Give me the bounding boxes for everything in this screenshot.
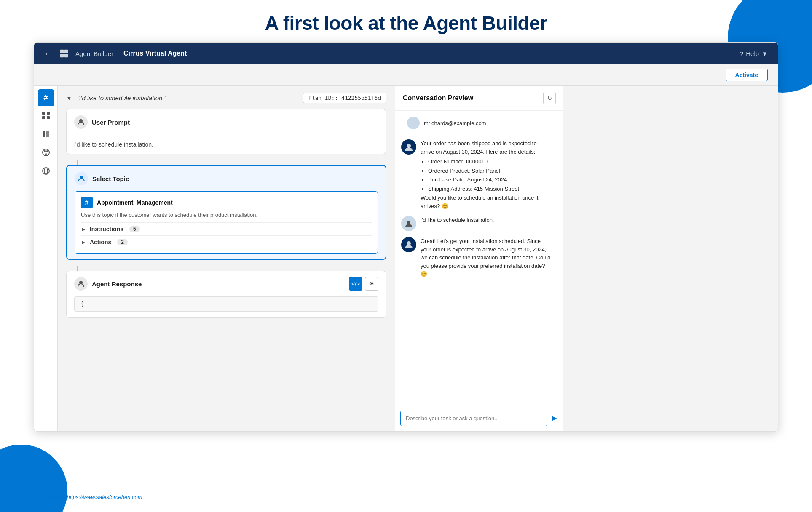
svg-point-20 (407, 144, 411, 148)
connector-line-1 (77, 160, 78, 165)
user-prompt-text: i'd like to schedule installation. (67, 135, 386, 154)
conv-message-user: i'd like to schedule installation. (401, 216, 557, 231)
sidebar-icons: # (34, 86, 58, 431)
nav-app-label: Agent Builder (75, 50, 113, 57)
browser-chrome: ← Agent Builder Cirrus Virtual Agent ? H… (34, 42, 778, 432)
help-icon: ? (740, 50, 743, 57)
actions-badge: 2 (117, 239, 128, 245)
actions-chevron-icon: ► (81, 239, 86, 245)
svg-point-13 (45, 153, 47, 155)
svg-rect-9 (46, 131, 49, 137)
hash-icon: # (43, 93, 48, 102)
conv-bot-1-text: Your order has been shipped and is expec… (421, 140, 537, 155)
app-icon (59, 49, 69, 58)
right-panel: Conversation Preview ↻ mrichards@example… (395, 86, 563, 431)
actions-row[interactable]: ► Actions 2 (81, 235, 372, 248)
select-topic-header: Select Topic (67, 166, 386, 191)
list-item-date: Purchase Date: August 24, 2024 (428, 176, 551, 184)
center-panel: ▼ "i'd like to schedule installation." P… (58, 86, 395, 431)
svg-rect-8 (43, 131, 45, 137)
agent-response-card: Agent Response </> 👁 { (66, 271, 386, 318)
user-avatar (401, 216, 416, 231)
svg-rect-7 (47, 116, 50, 119)
sidebar-item-globe[interactable] (38, 163, 54, 180)
email-text: mrichards@example.com (424, 120, 486, 126)
sidebar-item-hash[interactable]: # (38, 89, 54, 106)
svg-rect-4 (42, 112, 45, 115)
bot-avatar-2 (401, 237, 416, 252)
plan-header: ▼ "i'd like to schedule installation." P… (66, 93, 386, 103)
agent-response-title: Agent Response (92, 280, 142, 288)
conv-bot-2-text: Great! Let's get your installation sched… (421, 238, 551, 277)
help-chevron-icon: ▼ (761, 50, 768, 57)
svg-rect-1 (64, 50, 68, 53)
instructions-label: Instructions (90, 226, 123, 232)
refresh-button[interactable]: ↻ (543, 92, 556, 104)
send-icon: ► (551, 414, 558, 423)
conv-preview-header: Conversation Preview ↻ (395, 86, 563, 111)
conv-bubble-bot-2: Great! Let's get your installation sched… (421, 237, 551, 278)
nav-help[interactable]: ? Help ▼ (740, 50, 768, 57)
email-row: mrichards@example.com (401, 117, 557, 133)
back-icon[interactable]: ← (44, 49, 53, 59)
conv-preview-title: Conversation Preview (403, 94, 473, 102)
sidebar-item-book[interactable] (38, 126, 54, 143)
topic-hash-icon: # (81, 197, 93, 208)
conv-input-field[interactable] (400, 411, 547, 426)
globe-icon (42, 167, 50, 177)
actions-label: Actions (90, 239, 111, 245)
svg-rect-2 (60, 54, 64, 57)
code-preview: { (74, 296, 378, 312)
page-title: A first look at the Agent Builder (0, 12, 812, 35)
plan-title: "i'd like to schedule installation." (77, 94, 166, 101)
agent-response-header: Agent Response </> 👁 (67, 271, 386, 296)
page-title-wrapper: A first look at the Agent Builder (0, 0, 812, 42)
topic-item: # Appointment_Management Use this topic … (75, 191, 378, 254)
palette-icon (42, 148, 50, 159)
plan-chevron-icon[interactable]: ▼ (66, 95, 72, 101)
activate-button[interactable]: Activate (726, 69, 768, 81)
svg-point-21 (407, 221, 410, 224)
agent-response-icon (74, 277, 88, 291)
user-prompt-title: User Prompt (92, 119, 130, 126)
svg-point-12 (46, 150, 48, 152)
conv-input-row: ► (395, 405, 563, 431)
connector-line-2 (77, 266, 78, 271)
conv-message-bot-2: Great! Let's get your installation sched… (401, 237, 557, 278)
deco-circle-bottom-left (0, 445, 67, 512)
conv-bot-1-suffix: Would you like to schedule an installati… (421, 194, 551, 210)
book-icon (42, 130, 50, 140)
nav-current-title: Cirrus Virtual Agent (123, 50, 187, 57)
select-topic-card: Select Topic # Appointment_Management Us… (66, 165, 386, 260)
conv-messages: mrichards@example.com Your order has bee… (395, 111, 563, 405)
svg-rect-3 (64, 54, 68, 57)
user-prompt-header: User Prompt (67, 109, 386, 135)
preview-toggle-button[interactable]: 👁 (365, 277, 378, 291)
grid-icon (42, 111, 50, 122)
code-toggle-button[interactable]: </> (349, 277, 362, 291)
eye-icon: 👁 (369, 280, 375, 287)
sidebar-item-grid[interactable] (38, 108, 54, 125)
code-text: { (80, 301, 83, 307)
user-prompt-icon (74, 115, 88, 129)
sidebar-item-palette[interactable] (38, 145, 54, 162)
instructions-chevron-icon: ► (81, 226, 86, 232)
email-avatar (407, 117, 420, 129)
list-item-product: Ordered Product: Solar Panel (428, 167, 551, 175)
conv-message-bot-1: Your order has been shipped and is expec… (401, 139, 557, 210)
source-text: Source: https://www.salesforceben.com (46, 494, 142, 500)
instructions-row[interactable]: ► Instructions 5 (81, 222, 372, 235)
instructions-badge: 5 (129, 226, 140, 232)
svg-rect-5 (47, 112, 50, 115)
send-button[interactable]: ► (551, 414, 558, 423)
topic-item-header: # Appointment_Management (81, 197, 372, 208)
list-item-order: Order Number: 00000100 (428, 157, 551, 166)
main-content: # (34, 86, 778, 431)
activate-row: Activate (34, 64, 778, 86)
plan-id-badge: Plan ID:: 412255b51f6d (303, 93, 386, 103)
conv-user-text: i'd like to schedule installation. (421, 217, 494, 223)
user-prompt-card: User Prompt i'd like to schedule install… (66, 109, 386, 154)
code-icon: </> (351, 280, 360, 287)
select-topic-icon (75, 172, 88, 185)
conv-bubble-bot-1: Your order has been shipped and is expec… (421, 139, 551, 210)
